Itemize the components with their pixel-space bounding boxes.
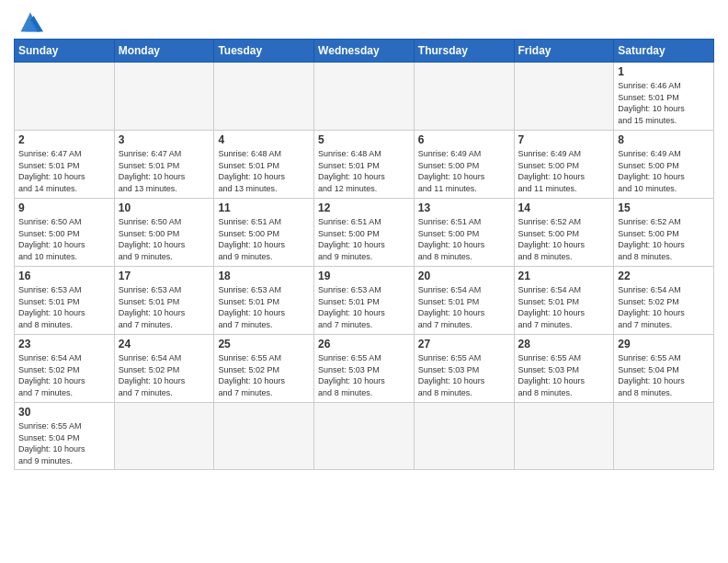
calendar-table: SundayMondayTuesdayWednesdayThursdayFrid… [14,39,714,470]
calendar-cell: 28Sunrise: 6:55 AM Sunset: 5:03 PM Dayli… [514,335,614,403]
calendar-cell [114,63,214,131]
calendar-cell: 22Sunrise: 6:54 AM Sunset: 5:02 PM Dayli… [614,267,714,335]
day-info: Sunrise: 6:49 AM Sunset: 5:00 PM Dayligh… [618,148,710,194]
day-number: 10 [119,201,210,214]
week-row-3: 16Sunrise: 6:53 AM Sunset: 5:01 PM Dayli… [15,267,714,335]
day-info: Sunrise: 6:51 AM Sunset: 5:00 PM Dayligh… [418,216,510,262]
day-number: 24 [119,338,210,350]
calendar-cell: 5Sunrise: 6:48 AM Sunset: 5:01 PM Daylig… [314,131,415,199]
day-number: 22 [618,270,710,282]
calendar-cell [614,403,714,470]
day-number: 13 [418,201,510,214]
header-row: SundayMondayTuesdayWednesdayThursdayFrid… [15,40,714,63]
calendar-cell: 9Sunrise: 6:50 AM Sunset: 5:00 PM Daylig… [15,199,115,267]
calendar-cell: 12Sunrise: 6:51 AM Sunset: 5:00 PM Dayli… [314,199,415,267]
day-header-saturday: Saturday [614,40,714,63]
day-info: Sunrise: 6:49 AM Sunset: 5:00 PM Dayligh… [418,148,510,194]
day-info: Sunrise: 6:51 AM Sunset: 5:00 PM Dayligh… [218,216,310,262]
calendar-cell: 16Sunrise: 6:53 AM Sunset: 5:01 PM Dayli… [15,267,115,335]
calendar-cell [114,403,214,470]
day-header-wednesday: Wednesday [314,40,415,63]
day-info: Sunrise: 6:52 AM Sunset: 5:00 PM Dayligh… [518,216,610,262]
day-number: 11 [218,201,310,214]
week-row-2: 9Sunrise: 6:50 AM Sunset: 5:00 PM Daylig… [15,199,714,267]
day-header-tuesday: Tuesday [214,40,314,63]
day-info: Sunrise: 6:55 AM Sunset: 5:03 PM Dayligh… [418,352,510,398]
day-number: 18 [218,270,310,282]
calendar-cell: 7Sunrise: 6:49 AM Sunset: 5:00 PM Daylig… [514,131,614,199]
calendar-cell [514,63,614,131]
day-info: Sunrise: 6:55 AM Sunset: 5:02 PM Dayligh… [218,352,310,398]
calendar-cell [214,63,314,131]
day-info: Sunrise: 6:54 AM Sunset: 5:02 PM Dayligh… [18,352,110,398]
day-number: 9 [18,201,110,214]
day-number: 14 [518,201,610,214]
day-info: Sunrise: 6:48 AM Sunset: 5:01 PM Dayligh… [318,148,410,194]
day-info: Sunrise: 6:46 AM Sunset: 5:01 PM Dayligh… [618,80,710,126]
calendar-cell [15,63,115,131]
day-number: 23 [18,338,110,350]
day-number: 8 [618,133,710,146]
day-info: Sunrise: 6:51 AM Sunset: 5:00 PM Dayligh… [318,216,410,262]
calendar-cell: 25Sunrise: 6:55 AM Sunset: 5:02 PM Dayli… [214,335,314,403]
day-number: 15 [618,201,710,214]
header [14,9,714,35]
calendar-cell: 30Sunrise: 6:55 AM Sunset: 5:04 PM Dayli… [15,403,115,470]
day-info: Sunrise: 6:47 AM Sunset: 5:01 PM Dayligh… [119,148,210,194]
calendar-cell [414,403,514,470]
calendar-cell: 2Sunrise: 6:47 AM Sunset: 5:01 PM Daylig… [15,131,115,199]
calendar-cell: 11Sunrise: 6:51 AM Sunset: 5:00 PM Dayli… [214,199,314,267]
day-info: Sunrise: 6:49 AM Sunset: 5:00 PM Dayligh… [518,148,610,194]
week-row-4: 23Sunrise: 6:54 AM Sunset: 5:02 PM Dayli… [15,335,714,403]
day-info: Sunrise: 6:55 AM Sunset: 5:03 PM Dayligh… [518,352,610,398]
day-header-friday: Friday [514,40,614,63]
day-info: Sunrise: 6:50 AM Sunset: 5:00 PM Dayligh… [119,216,210,262]
day-info: Sunrise: 6:47 AM Sunset: 5:01 PM Dayligh… [18,148,110,194]
week-row-0: 1Sunrise: 6:46 AM Sunset: 5:01 PM Daylig… [15,63,714,131]
logo [14,9,51,35]
logo-icon [14,9,47,35]
day-info: Sunrise: 6:48 AM Sunset: 5:01 PM Dayligh… [218,148,310,194]
calendar-cell: 4Sunrise: 6:48 AM Sunset: 5:01 PM Daylig… [214,131,314,199]
day-number: 12 [318,201,410,214]
calendar-cell: 29Sunrise: 6:55 AM Sunset: 5:04 PM Dayli… [614,335,714,403]
day-info: Sunrise: 6:53 AM Sunset: 5:01 PM Dayligh… [119,284,210,330]
day-number: 29 [618,338,710,350]
day-number: 1 [618,65,710,78]
day-info: Sunrise: 6:54 AM Sunset: 5:01 PM Dayligh… [418,284,510,330]
day-number: 20 [418,270,510,282]
calendar-cell: 26Sunrise: 6:55 AM Sunset: 5:03 PM Dayli… [314,335,415,403]
day-info: Sunrise: 6:55 AM Sunset: 5:04 PM Dayligh… [618,352,710,398]
day-number: 30 [18,406,110,419]
calendar-cell: 21Sunrise: 6:54 AM Sunset: 5:01 PM Dayli… [514,267,614,335]
calendar-cell: 27Sunrise: 6:55 AM Sunset: 5:03 PM Dayli… [414,335,514,403]
calendar-cell: 20Sunrise: 6:54 AM Sunset: 5:01 PM Dayli… [414,267,514,335]
calendar-cell: 15Sunrise: 6:52 AM Sunset: 5:00 PM Dayli… [614,199,714,267]
day-header-sunday: Sunday [15,40,115,63]
day-info: Sunrise: 6:55 AM Sunset: 5:03 PM Dayligh… [318,352,410,398]
day-number: 2 [18,133,110,146]
day-number: 6 [418,133,510,146]
day-number: 5 [318,133,410,146]
calendar-cell: 23Sunrise: 6:54 AM Sunset: 5:02 PM Dayli… [15,335,115,403]
day-number: 3 [119,133,210,146]
day-info: Sunrise: 6:54 AM Sunset: 5:02 PM Dayligh… [119,352,210,398]
day-info: Sunrise: 6:53 AM Sunset: 5:01 PM Dayligh… [318,284,410,330]
day-header-monday: Monday [114,40,214,63]
day-number: 21 [518,270,610,282]
day-number: 16 [18,270,110,282]
calendar-cell: 13Sunrise: 6:51 AM Sunset: 5:00 PM Dayli… [414,199,514,267]
calendar-cell: 3Sunrise: 6:47 AM Sunset: 5:01 PM Daylig… [114,131,214,199]
calendar-cell: 1Sunrise: 6:46 AM Sunset: 5:01 PM Daylig… [614,63,714,131]
day-info: Sunrise: 6:53 AM Sunset: 5:01 PM Dayligh… [18,284,110,330]
week-row-1: 2Sunrise: 6:47 AM Sunset: 5:01 PM Daylig… [15,131,714,199]
day-header-thursday: Thursday [414,40,514,63]
day-number: 27 [418,338,510,350]
calendar-cell: 19Sunrise: 6:53 AM Sunset: 5:01 PM Dayli… [314,267,415,335]
calendar-cell: 6Sunrise: 6:49 AM Sunset: 5:00 PM Daylig… [414,131,514,199]
calendar-cell: 10Sunrise: 6:50 AM Sunset: 5:00 PM Dayli… [114,199,214,267]
week-row-5: 30Sunrise: 6:55 AM Sunset: 5:04 PM Dayli… [15,403,714,470]
calendar-cell: 17Sunrise: 6:53 AM Sunset: 5:01 PM Dayli… [114,267,214,335]
calendar-cell [214,403,314,470]
day-number: 26 [318,338,410,350]
